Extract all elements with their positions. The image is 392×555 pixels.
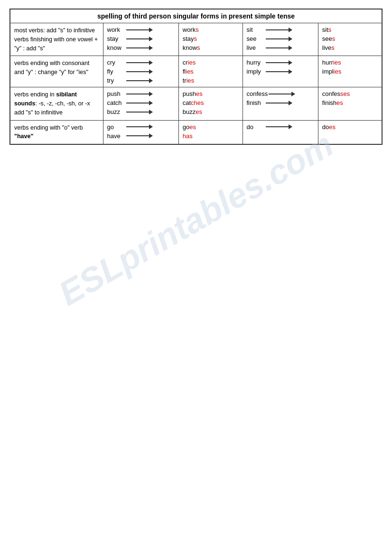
result-word: sits <box>322 26 378 33</box>
arrow <box>269 94 295 94</box>
table-row: verbs ending in sibilant sounds: -s, -z,… <box>10 87 382 120</box>
verb-word: go <box>107 123 125 131</box>
arrow <box>266 29 292 30</box>
table-row: most verbs: add "s" to infinitive verbs … <box>10 23 382 56</box>
result-cell-1-right: sits sees lives <box>318 23 382 56</box>
result-word: finishes <box>322 99 378 106</box>
rule-text-3: verbs ending in sibilant sounds: -s, -z,… <box>14 91 90 116</box>
result-word: catches <box>183 99 239 106</box>
arrow <box>126 71 152 72</box>
rule-text-2: verbs ending with consonant and "y" : ch… <box>14 60 89 75</box>
table-row: verbs ending with consonant and "y" : ch… <box>10 56 382 87</box>
table-title: spelling of third person singular forms … <box>10 9 382 23</box>
arrow <box>126 135 152 136</box>
verb-word: do <box>247 123 265 131</box>
arrow <box>126 80 152 81</box>
verb-word: buzz <box>107 108 125 115</box>
result-cell-4-right: does <box>318 120 382 144</box>
arrow <box>126 112 152 113</box>
arrow <box>266 62 292 63</box>
rule-cell-2: verbs ending with consonant and "y" : ch… <box>10 56 103 87</box>
verb-word: live <box>247 44 265 51</box>
arrow <box>126 62 152 63</box>
verb-cell-3-left: push catch buzz <box>103 87 178 120</box>
verb-word: push <box>107 90 125 97</box>
result-cell-2-left: cries flies tries <box>178 56 243 87</box>
verb-word: try <box>107 77 125 84</box>
page-wrapper: ESLprintables.com spelling of third pers… <box>0 0 392 153</box>
verb-cell-4-right: do <box>243 120 318 144</box>
result-word: goes <box>183 123 239 131</box>
verb-cell-1-left: work stay know <box>103 23 178 56</box>
arrow <box>266 126 292 127</box>
verb-word: catch <box>107 99 125 106</box>
result-word: stays <box>183 35 239 42</box>
arrow <box>266 47 292 48</box>
verb-cell-2-right: hurry imply <box>243 56 318 87</box>
result-word: has <box>183 132 239 140</box>
arrow <box>126 47 152 48</box>
verb-cell-3-right: confess finish <box>243 87 318 120</box>
verb-word: imply <box>247 68 265 75</box>
result-word: implies <box>322 68 378 75</box>
verb-word: have <box>107 132 125 140</box>
verb-word: stay <box>107 35 125 42</box>
result-cell-3-right: confesses finishes <box>318 87 382 120</box>
verb-word: finish <box>247 99 265 106</box>
result-word: buzzes <box>183 108 239 115</box>
arrow <box>126 29 152 30</box>
result-cell-4-left: goes has <box>178 120 243 144</box>
verb-word: sit <box>247 26 265 33</box>
result-word: cries <box>183 59 239 66</box>
verb-cell-1-right: sit see live <box>243 23 318 56</box>
arrow <box>126 38 152 39</box>
verb-word: see <box>247 35 265 42</box>
arrow <box>266 71 292 72</box>
arrow <box>126 103 152 103</box>
result-word: hurries <box>322 59 378 66</box>
rule-text-1: most verbs: add "s" to infinitive verbs … <box>14 27 98 52</box>
verb-word: work <box>107 26 125 33</box>
rule-text-4: verbs ending with "o" verb "have" <box>14 124 83 140</box>
rule-cell-1: most verbs: add "s" to infinitive verbs … <box>10 23 103 56</box>
watermark: ESLprintables.com <box>52 124 340 313</box>
table-row: verbs ending with "o" verb "have" go hav… <box>10 120 382 144</box>
result-word: sees <box>322 35 378 42</box>
arrow <box>126 94 152 94</box>
result-word: lives <box>322 44 378 51</box>
result-word: knows <box>183 44 239 51</box>
rule-cell-3: verbs ending in sibilant sounds: -s, -z,… <box>10 87 103 120</box>
verb-cell-4-left: go have <box>103 120 178 144</box>
main-table: spelling of third person singular forms … <box>9 9 383 145</box>
result-cell-1-left: works stays knows <box>178 23 243 56</box>
result-word: confesses <box>322 90 378 97</box>
verb-cell-2-left: cry fly try <box>103 56 178 87</box>
verb-word: fly <box>107 68 125 75</box>
arrow <box>266 103 292 103</box>
result-word: works <box>183 26 239 33</box>
verb-word: cry <box>107 59 125 66</box>
result-word: flies <box>183 68 239 75</box>
result-cell-3-left: pushes catches buzzes <box>178 87 243 120</box>
result-cell-2-right: hurries implies <box>318 56 382 87</box>
verb-word: confess <box>247 90 268 97</box>
verb-word: know <box>107 44 125 51</box>
arrow <box>126 126 152 127</box>
verb-word: hurry <box>247 59 265 66</box>
result-word: does <box>322 123 378 131</box>
arrow <box>266 38 292 39</box>
result-word: pushes <box>183 90 239 97</box>
rule-cell-4: verbs ending with "o" verb "have" <box>10 120 103 144</box>
result-word: tries <box>183 77 239 84</box>
